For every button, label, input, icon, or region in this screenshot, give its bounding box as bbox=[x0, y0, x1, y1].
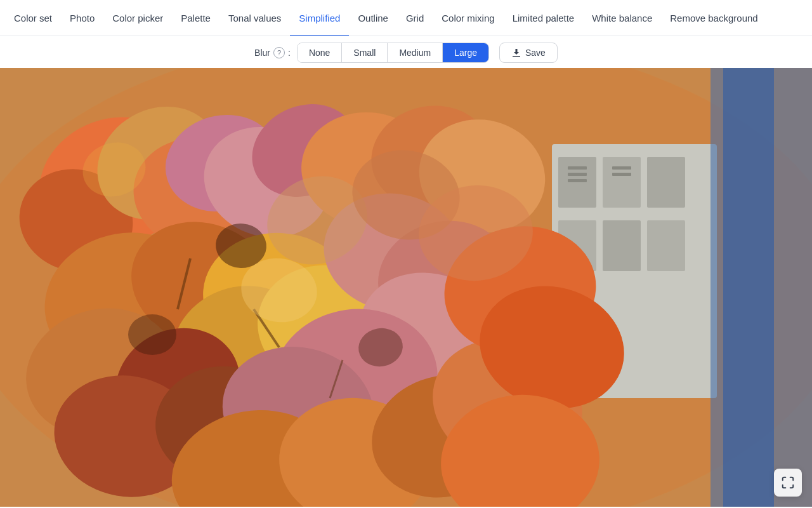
save-label: Save bbox=[525, 48, 546, 58]
nav-item-limited-palette[interactable]: Limited palette bbox=[504, 0, 584, 36]
svg-rect-23 bbox=[612, 173, 631, 176]
nav-item-color-mixing[interactable]: Color mixing bbox=[433, 0, 503, 36]
svg-rect-22 bbox=[612, 166, 631, 170]
nav-item-photo[interactable]: Photo bbox=[61, 0, 103, 36]
save-button[interactable]: Save bbox=[499, 43, 558, 63]
svg-rect-17 bbox=[603, 220, 641, 271]
fullscreen-button[interactable] bbox=[774, 469, 802, 497]
blur-label-text: Blur bbox=[254, 48, 270, 58]
svg-point-54 bbox=[128, 314, 176, 355]
svg-rect-20 bbox=[568, 173, 587, 176]
blur-btn-medium[interactable]: Medium bbox=[388, 43, 443, 62]
simplified-image bbox=[0, 68, 812, 507]
nav-item-palette[interactable]: Palette bbox=[172, 0, 219, 36]
nav-item-simplified[interactable]: Simplified bbox=[290, 0, 349, 36]
nav-item-color-picker[interactable]: Color picker bbox=[103, 0, 172, 36]
toolbar-container: Blur ? : NoneSmallMediumLarge Save Artis… bbox=[0, 36, 812, 68]
svg-rect-18 bbox=[647, 220, 685, 271]
image-area bbox=[0, 68, 812, 507]
blur-btn-large[interactable]: Large bbox=[443, 43, 488, 62]
nav-item-grid[interactable]: Grid bbox=[397, 0, 433, 36]
fullscreen-icon bbox=[781, 476, 795, 490]
svg-rect-25 bbox=[723, 68, 774, 507]
blur-help-icon[interactable]: ? bbox=[273, 47, 285, 58]
blur-label: Blur ? : bbox=[254, 47, 291, 58]
nav-item-white-balance[interactable]: White balance bbox=[583, 0, 661, 36]
svg-rect-15 bbox=[647, 157, 685, 208]
blur-btn-none[interactable]: None bbox=[298, 43, 342, 62]
nav-item-color-set[interactable]: Color set bbox=[5, 0, 61, 36]
nav-bar: Color setPhotoColor pickerPaletteTonal v… bbox=[0, 0, 812, 36]
svg-rect-14 bbox=[603, 157, 641, 208]
svg-rect-19 bbox=[568, 166, 587, 170]
nav-item-remove-background[interactable]: Remove background bbox=[661, 0, 766, 36]
save-icon bbox=[511, 48, 521, 58]
svg-rect-21 bbox=[568, 179, 587, 182]
blur-buttons-group: NoneSmallMediumLarge bbox=[297, 43, 489, 63]
toolbar-row: Blur ? : NoneSmallMediumLarge Save bbox=[0, 36, 812, 68]
blur-btn-small[interactable]: Small bbox=[342, 43, 388, 62]
nav-item-outline[interactable]: Outline bbox=[349, 0, 397, 36]
nav-item-tonal-values[interactable]: Tonal values bbox=[219, 0, 290, 36]
